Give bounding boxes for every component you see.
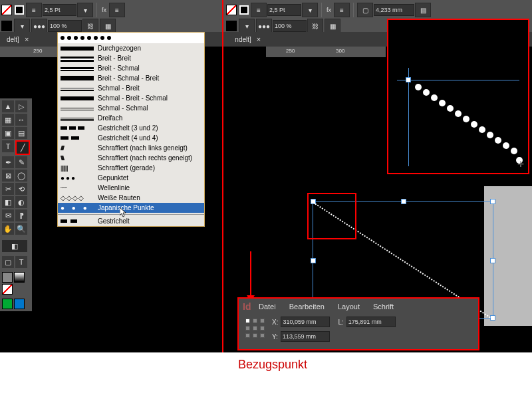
selection-tool[interactable]: ▲ <box>2 100 14 112</box>
direct-selection-tool[interactable]: ▷ <box>15 100 27 112</box>
eyedropper-tool[interactable]: ⁋ <box>15 209 27 221</box>
stroke-style-menu[interactable]: Durchgezogen Breit - Breit Breit - Schma… <box>57 32 205 227</box>
fill-stroke-proxy[interactable]: ◧ <box>2 240 27 252</box>
close-icon[interactable]: × <box>257 35 261 43</box>
line-tool[interactable]: ╱ <box>15 140 30 155</box>
handle[interactable] <box>311 258 316 263</box>
gap-tool[interactable]: ↔ <box>15 114 27 126</box>
fill-swatch-2[interactable] <box>1 21 12 31</box>
chain-icon[interactable]: ⛓ <box>82 19 98 33</box>
note-tool[interactable]: ✉ <box>2 209 14 221</box>
swatch-gradient[interactable] <box>14 272 25 283</box>
zoom-tool[interactable]: 🔍 <box>15 223 27 235</box>
scissors-tool[interactable]: ✂ <box>2 183 14 195</box>
stroke-opt-schraffiert-rechts[interactable]: \\\\\\\\Schraffiert (nach rechts geneigt… <box>58 153 204 163</box>
stroke-opt-schraffiert-links[interactable]: ////////Schraffiert (nach links geneigt) <box>58 143 204 153</box>
stroke-opt-wellenlinie[interactable]: 〰Wellenlinie <box>58 183 204 193</box>
app-root: ≡ ▾ fx ≡ ▾ ●●● ⛓ ▦ ≡ ▾ fx ≡ ▢ <box>0 0 532 399</box>
transform-icon[interactable]: ▢ <box>357 3 373 17</box>
stroke-opt-gestrichelt-4-4[interactable]: Gestrichelt (4 und 4) <box>58 133 204 143</box>
stroke-opt-dreifach[interactable]: Dreifach <box>58 113 204 123</box>
dropdown-icon-r[interactable]: ▾ <box>239 19 255 33</box>
stroke-weight-input-r[interactable] <box>267 4 301 16</box>
annotation-label: Bezugspunkt <box>238 358 307 372</box>
transform-panel: Id Datei Bearbeiten Layout Schrift X: L:… <box>237 297 479 350</box>
fill-swatch-2r[interactable] <box>226 21 237 31</box>
fx-label-r[interactable]: fx <box>327 7 331 13</box>
align-icon-r[interactable]: ▦ <box>325 19 340 33</box>
handle[interactable] <box>490 199 495 204</box>
formatting-container-icon[interactable]: ▢ <box>2 256 14 268</box>
swatch-gray[interactable] <box>2 272 13 283</box>
stroke-type-icon[interactable]: ●●● <box>31 19 47 33</box>
stroke-opt-gepunktet[interactable]: ●●●Gepunktet <box>58 173 204 183</box>
stroke-style-dropdown-r[interactable]: ▾ <box>302 3 318 17</box>
gradient-feather-tool[interactable]: ◐ <box>15 196 27 208</box>
stroke-opt-japanische-punkte[interactable]: ● ● ●Japanische Punkte <box>58 203 204 213</box>
pencil-tool[interactable]: ✎ <box>15 156 27 168</box>
stroke-swatch-r[interactable] <box>239 5 249 15</box>
x-input[interactable] <box>281 317 330 327</box>
menu-schrift[interactable]: Schrift <box>373 303 394 311</box>
width-input[interactable] <box>374 4 414 16</box>
paragraph-style-icon[interactable]: ≡ <box>109 3 125 17</box>
stroke-opt-weisse-rauten[interactable]: ◇◇◇◇Weiße Rauten <box>58 193 204 203</box>
stroke-opt-breit-schmal[interactable]: Breit - Schmal <box>58 63 204 73</box>
stroke-weight-stepper-r[interactable]: ≡ <box>251 3 267 17</box>
free-transform-tool[interactable]: ⟲ <box>15 183 27 195</box>
tools-panel: ▲ ▷ ▦ ↔ ▣ ▤ T ╱ ✒ ✎ ⊠ ◯ ✂ ⟲ ◧ ◐ ✉ ⁋ ✋ 🔍 … <box>0 98 32 311</box>
stroke-opt-schraffiert-gerade[interactable]: ||||||||Schraffiert (gerade) <box>58 163 204 173</box>
hand-tool[interactable]: ✋ <box>2 223 14 235</box>
stroke-swatch[interactable] <box>15 5 24 15</box>
reference-point-proxy[interactable] <box>245 319 265 338</box>
dropdown-icon[interactable]: ▾ <box>14 19 30 33</box>
fx-label[interactable]: fx <box>102 7 106 13</box>
page-tool[interactable]: ▦ <box>2 114 14 126</box>
handle[interactable] <box>490 258 495 263</box>
l-input[interactable] <box>346 317 396 327</box>
ruler-right: 250300 <box>266 47 386 57</box>
menu-datei[interactable]: Datei <box>259 303 276 311</box>
opacity-input[interactable] <box>48 20 82 32</box>
y-label: Y: <box>272 333 278 340</box>
stroke-opt-breit-breit[interactable]: Breit - Breit <box>58 53 204 63</box>
menu-layout[interactable]: Layout <box>338 303 360 311</box>
swatch-none[interactable] <box>2 284 13 295</box>
scale-icon[interactable]: ▤ <box>415 3 431 17</box>
opacity-input-r[interactable] <box>273 20 307 32</box>
content-placer-tool[interactable]: ▤ <box>15 127 27 139</box>
paragraph-style-icon-r[interactable]: ≡ <box>334 3 350 17</box>
stroke-type-icon-r[interactable]: ●●● <box>256 19 272 33</box>
rectangle-frame-tool[interactable]: ⊠ <box>2 170 14 182</box>
pen-tool[interactable]: ✒ <box>2 156 14 168</box>
content-collector-tool[interactable]: ▣ <box>2 127 14 139</box>
stroke-opt-schmal-breit-schmal[interactable]: Schmal - Breit - Schmal <box>58 93 204 103</box>
handle[interactable] <box>401 199 406 204</box>
y-input[interactable] <box>281 331 330 342</box>
ellipse-tool[interactable]: ◯ <box>15 170 27 182</box>
gradient-swatch-tool[interactable]: ◧ <box>2 196 14 208</box>
formatting-text-icon[interactable]: T <box>15 256 27 268</box>
align-icon[interactable]: ▦ <box>100 19 116 33</box>
swatch-blue[interactable] <box>14 299 25 309</box>
chain-icon-r[interactable]: ⛓ <box>307 19 323 33</box>
tab-right[interactable]: ndelt]× <box>228 32 267 47</box>
stroke-opt-gestrichelt[interactable]: Gestrichelt <box>58 216 204 226</box>
x-label: X: <box>272 319 278 326</box>
menu-bearbeiten[interactable]: Bearbeiten <box>289 303 325 311</box>
color-swatches <box>1 269 31 295</box>
stroke-opt-schmal-schmal[interactable]: Schmal - Schmal <box>58 103 204 113</box>
fill-swatch[interactable] <box>1 5 12 15</box>
stroke-opt-gestrichelt-3-2[interactable]: Gestrichelt (3 und 2) <box>58 123 204 133</box>
fill-swatch-r[interactable] <box>226 5 237 15</box>
tab-left[interactable]: delt]× <box>0 32 35 47</box>
stroke-weight-stepper[interactable]: ≡ <box>26 3 42 17</box>
close-icon[interactable]: × <box>25 35 29 43</box>
stroke-opt-durchgezogen[interactable]: Durchgezogen <box>58 43 204 53</box>
type-tool[interactable]: T <box>2 140 14 152</box>
stroke-opt-breit-schmal-breit[interactable]: Breit - Schmal - Breit <box>58 73 204 83</box>
stroke-style-dropdown[interactable]: ▾ <box>77 3 93 17</box>
swatch-green[interactable] <box>2 299 13 309</box>
stroke-opt-schmal-breit[interactable]: Schmal - Breit <box>58 83 204 93</box>
stroke-weight-input[interactable] <box>43 4 76 16</box>
